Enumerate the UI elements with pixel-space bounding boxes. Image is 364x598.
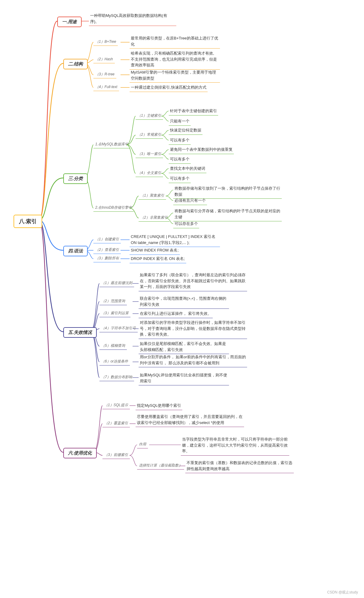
inv-or-key[interactable]: （6）or连接条件 xyxy=(99,358,130,365)
branch-label: 二.结构 xyxy=(68,61,83,66)
cat-cluster-key[interactable]: （1）聚集索引 xyxy=(139,192,166,200)
syntax-create-key[interactable]: （1）创建索引 xyxy=(93,236,121,243)
cat-noncluster-key[interactable]: （2）非聚集索引 xyxy=(139,214,170,222)
struct-rtree-key[interactable]: （3）R-tree xyxy=(93,71,116,78)
syntax-show-key[interactable]: （2）查看索引 xyxy=(93,247,121,254)
branch-structure[interactable]: 二.结构 xyxy=(63,59,88,69)
cat-noncluster-v0: 将数据与索引分开存储，索引结构的叶子节点关联的是对应的主键 xyxy=(173,207,282,221)
syntax-drop-val: DROP INDEX 索引名 ON 表名; xyxy=(130,255,186,263)
root-label: 八.索引 xyxy=(19,218,37,224)
struct-fulltext-key[interactable]: （4）Full-text xyxy=(93,84,119,91)
syntax-create-val: CREATE [ UNIQUE | FULLTEXT ] INDEX 索引名 O… xyxy=(130,233,220,247)
inv-calc-val: 在索引列上进行运算操作， 索引将失效。 xyxy=(139,310,213,318)
cat-normal-key[interactable]: （2）常规索引 xyxy=(136,131,163,139)
struct-rtree-val: MyISAM引擎的一个特殊索引类型，主要用于地理空间数据类型 xyxy=(130,69,220,83)
opt-cover-key[interactable]: （2）覆盖索引 xyxy=(102,420,130,427)
branch-invalid[interactable]: 五.失效情况 xyxy=(63,327,97,338)
struct-hash-val: 哈希表实现，只有精确匹配索引列的查询才有效, 不支持范围查询，也无法利用索引完成… xyxy=(130,50,220,70)
inv-leftprefix-val: 如果索引了多列（联合索引），查询时最左边的索引列必须存在，否则索引全部失效。并且… xyxy=(139,271,247,291)
watermark: CSDN @观止study xyxy=(327,590,358,595)
branch-optimize[interactable]: 六.使用优化 xyxy=(63,448,97,458)
inv-or-val: 用or分割开的条件， 如果or前的条件中的列有索引，而后面的列中没有索引， 那么… xyxy=(139,353,247,367)
inv-leftprefix-key[interactable]: （1）最左前缀法则 xyxy=(99,280,134,287)
opt-sqlhint-val: 指定MySQL使用哪个索引 xyxy=(136,402,182,410)
cat-unique-v1: 可以有多个 xyxy=(169,156,191,164)
opt-prefix-key[interactable]: （3）前缀索引 xyxy=(102,452,130,459)
struct-hash-key[interactable]: （2）Hash xyxy=(93,56,115,63)
struct-fulltext-val: 一种通过建立倒排索引,快速匹配文档的方式 xyxy=(130,84,208,92)
cat-normal-v0: 快速定位特定数据 xyxy=(169,127,202,135)
struct-btree-val: 最常用的索引类型，在原B+Tree的基础上进行了优化 xyxy=(130,35,220,49)
syntax-show-val: SHOW INDEX FROM 表名; xyxy=(130,247,180,255)
inv-range-key[interactable]: （2）范围查询 xyxy=(99,298,127,305)
inv-like-key[interactable]: （5）模糊查询 xyxy=(99,343,127,350)
cat-fulltext-v1: 可以有多个 xyxy=(169,175,191,183)
branch-usage[interactable]: 一.用途 xyxy=(57,17,82,27)
cat-pk-key[interactable]: （1）主键索引 xyxy=(136,112,163,120)
inv-like-val: 如果仅仅是尾部模糊匹配，索引不会失效。如果是头部模糊匹配，索引失效 xyxy=(139,340,229,354)
inv-dist-key[interactable]: （7）数据分布影响 xyxy=(99,374,134,381)
opt-cover-val: 尽量使用覆盖索引（查询使用了索引，并且需要返回的列，在该索引中已经全部能够找到）… xyxy=(136,413,244,427)
struct-btree-key[interactable]: （1）B+Tree xyxy=(93,39,118,46)
inv-noquote-key[interactable]: （4）字符串不加引号 xyxy=(99,325,138,332)
cat-normal-v1: 可以有多个 xyxy=(169,137,191,145)
opt-prefix-select-val: 不重复的索引值（基数）和数据表的记录总数的比值，索引选择性越高则查询效率越高 xyxy=(185,459,294,473)
inv-dist-val: 如果MySQL评估使用索引比全表扫描更慢，则不使用索引 xyxy=(139,372,229,385)
branch-label: 三.分类 xyxy=(68,176,83,181)
opt-prefix-role-val: 当字段类型为字符串且非常大时，可以只将字符串的一部分前缀，建立索引，这样可以大大… xyxy=(181,436,289,456)
cat-fulltext-key[interactable]: （4）全文索引 xyxy=(136,170,163,177)
branch-label: 五.失效情况 xyxy=(68,330,92,335)
cat-fulltext-v0: 查找文本中的关键词 xyxy=(169,165,206,173)
cat-noncluster-v1: 可以存在多个 xyxy=(173,220,199,228)
cat-cluster-v1: 必须有且只有一个 xyxy=(173,197,207,205)
opt-prefix-role-key[interactable]: 作用 xyxy=(137,441,148,448)
cat-group-mysql[interactable]: 1.在MySQL数据库中 xyxy=(93,141,130,148)
cat-pk-v1: 只能有一个 xyxy=(169,118,191,126)
opt-sqlhint-key[interactable]: （1）SQL提示 xyxy=(102,402,130,409)
branch-label: 四.语法 xyxy=(68,248,83,253)
syntax-drop-key[interactable]: （3）删除所有 xyxy=(93,255,121,262)
inv-noquote-val: 对添加索引的字符串类型字段进行操作时，如果字符串不加引号，对于查询结果，没什么影… xyxy=(139,319,247,339)
branch-label: 六.使用优化 xyxy=(68,450,92,455)
cat-unique-v0: 避免同一个表中某数据列中的值重复 xyxy=(169,146,234,154)
cat-unique-key[interactable]: （3）唯一索引 xyxy=(136,151,163,158)
cat-group-innodb[interactable]: 2.在InnoDB存储引擎中 xyxy=(93,204,134,212)
branch-category[interactable]: 三.分类 xyxy=(63,173,88,184)
branch-syntax[interactable]: 四.语法 xyxy=(63,246,88,256)
inv-range-val: 联合索引中，出现范围查询(>,<)，范围查询右侧的列索引失效 xyxy=(139,295,229,309)
root-node[interactable]: 八.索引 xyxy=(14,215,42,228)
inv-calc-key[interactable]: （3）索引列运算 xyxy=(99,310,130,317)
cat-pk-v0: 针对于表中主键创建的索引 xyxy=(169,107,218,115)
opt-prefix-select-key[interactable]: 选择性计算（最佳截取数） xyxy=(137,462,184,470)
usage-desc: 一种帮助MySQL高效获取数据的数据结构(有序)。 xyxy=(89,12,176,26)
branch-label: 一.用途 xyxy=(62,19,77,24)
